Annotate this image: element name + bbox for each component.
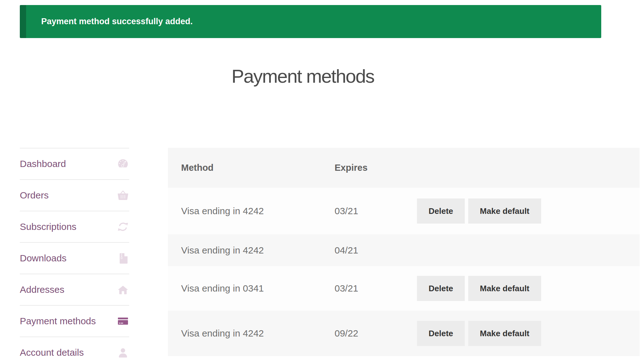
row-actions: Delete Make default xyxy=(417,276,640,301)
sidebar-item-payment-methods[interactable]: Payment methods xyxy=(20,305,129,337)
sidebar-item-label: Orders xyxy=(20,190,49,201)
sidebar-item-label: Downloads xyxy=(20,253,66,264)
sidebar-item-addresses[interactable]: Addresses xyxy=(20,274,129,305)
sidebar-item-subscriptions[interactable]: Subscriptions xyxy=(20,211,129,242)
expires-cell: 03/21 xyxy=(335,206,417,216)
make-default-button[interactable]: Make default xyxy=(468,198,541,224)
sidebar-item-label: Account details xyxy=(20,347,84,358)
success-banner-message: Payment method successfully added. xyxy=(41,17,193,26)
expires-cell: 04/21 xyxy=(335,245,417,256)
payment-method-cell: Visa ending in 0341 xyxy=(168,283,335,294)
sidebar-item-orders[interactable]: Orders xyxy=(20,179,129,211)
payment-methods-table: Method Expires Visa ending in 4242 03/21… xyxy=(168,148,640,356)
home-icon xyxy=(117,283,129,296)
delete-button[interactable]: Delete xyxy=(417,321,465,346)
row-actions: Delete Make default xyxy=(417,321,640,346)
table-row: Visa ending in 0341 03/21 Delete Make de… xyxy=(168,266,640,311)
shopping-basket-icon xyxy=(117,189,129,202)
page-title: Payment methods xyxy=(0,65,606,87)
sidebar-item-label: Subscriptions xyxy=(20,221,76,232)
account-sidebar-nav: Dashboard Orders xyxy=(20,148,129,362)
row-actions: Delete Make default xyxy=(417,198,640,224)
sidebar-item-account-details[interactable]: Account details xyxy=(20,337,129,362)
delete-button[interactable]: Delete xyxy=(417,276,465,301)
sync-icon xyxy=(117,220,129,233)
sidebar-item-label: Payment methods xyxy=(20,316,96,326)
sidebar-item-label: Dashboard xyxy=(20,159,66,169)
table-row: Visa ending in 4242 09/22 Delete Make de… xyxy=(168,311,640,356)
file-archive-icon xyxy=(117,252,129,265)
payment-method-cell: Visa ending in 4242 xyxy=(168,206,335,216)
table-header-row: Method Expires xyxy=(168,148,640,188)
table-row: Visa ending in 4242 04/21 xyxy=(168,234,640,266)
user-icon xyxy=(117,346,129,359)
column-header-expires: Expires xyxy=(335,163,417,173)
dashboard-gauge-icon xyxy=(117,158,129,170)
delete-button[interactable]: Delete xyxy=(417,198,465,224)
payment-method-cell: Visa ending in 4242 xyxy=(168,328,335,339)
make-default-button[interactable]: Make default xyxy=(468,276,541,301)
credit-card-icon xyxy=(117,315,129,327)
table-row: Visa ending in 4242 03/21 Delete Make de… xyxy=(168,188,640,234)
success-banner: Payment method successfully added. xyxy=(20,5,601,38)
column-header-method: Method xyxy=(168,163,335,173)
expires-cell: 03/21 xyxy=(335,283,417,294)
make-default-button[interactable]: Make default xyxy=(468,321,541,346)
sidebar-item-downloads[interactable]: Downloads xyxy=(20,242,129,274)
sidebar-item-dashboard[interactable]: Dashboard xyxy=(20,148,129,179)
expires-cell: 09/22 xyxy=(335,328,417,339)
payment-method-cell: Visa ending in 4242 xyxy=(168,245,335,256)
sidebar-item-label: Addresses xyxy=(20,284,64,295)
